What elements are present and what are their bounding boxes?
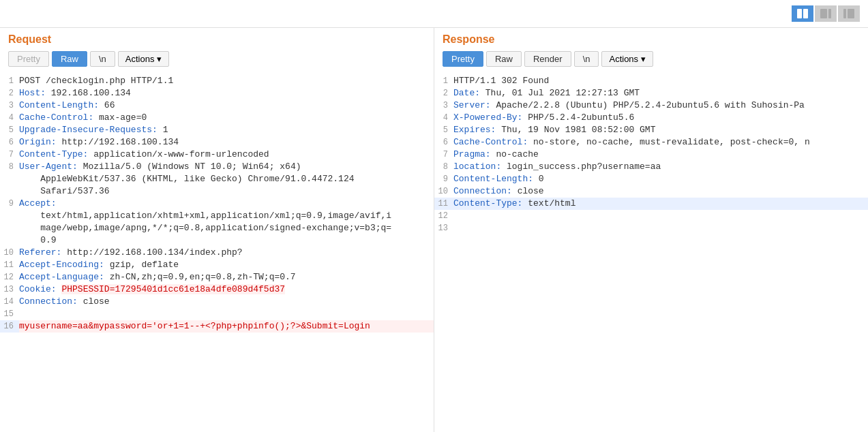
request-tab-pretty[interactable]: Pretty [8, 51, 49, 67]
table-row: 8 User-Agent: Mozilla/5.0 (Windows NT 10… [0, 161, 434, 173]
request-actions-label: Actions [125, 54, 155, 64]
response-tab-pretty[interactable]: Pretty [443, 51, 483, 67]
response-title: Response [443, 33, 860, 46]
table-row: 13 Cookie: PHPSESSID=17295401d1cc61e18a4… [0, 283, 434, 296]
right-view-button[interactable] [838, 5, 860, 22]
table-row: 7 Pragma: no-cache [434, 149, 868, 161]
table-row: 3 Content-Length: 66 [0, 99, 434, 112]
table-row: 2 Date: Thu, 01 Jul 2021 12:27:13 GMT [434, 87, 868, 99]
response-tab-raw[interactable]: Raw [486, 51, 522, 67]
request-toolbar: Pretty Raw \n Actions ▾ [8, 51, 425, 67]
table-row: 6 Origin: http://192.168.100.134 [0, 136, 434, 149]
response-code-area[interactable]: 1 HTTP/1.1 302 Found 2 Date: Thu, 01 Jul… [434, 72, 868, 432]
response-actions-button[interactable]: Actions ▾ [601, 51, 653, 67]
response-actions-chevron-icon: ▾ [641, 54, 646, 64]
table-row: text/html,application/xhtml+xml,applicat… [0, 210, 434, 222]
response-toolbar: Pretty Raw Render \n Actions ▾ [443, 51, 860, 67]
table-row: 1 HTTP/1.1 302 Found [434, 75, 868, 87]
table-row: 0.9 [0, 234, 434, 247]
table-row: 9 Accept: [0, 198, 434, 210]
table-row: 5 Expires: Thu, 19 Nov 1981 08:52:00 GMT [434, 124, 868, 136]
request-code-area[interactable]: 1 POST /checklogin.php HTTP/1.1 2 Host: … [0, 72, 434, 432]
table-row: 16 myusername=aa&mypassword='or+1=1--+<?… [0, 320, 434, 333]
table-row: 12 [434, 210, 868, 222]
top-bar [0, 0, 868, 28]
table-row: mage/webp,image/apng,*/*;q=0.8,applicati… [0, 222, 434, 234]
svg-rect-3 [828, 9, 831, 18]
svg-rect-5 [848, 9, 854, 18]
request-header: Request Pretty Raw \n Actions ▾ [0, 28, 434, 72]
request-panel: Request Pretty Raw \n Actions ▾ 1 POST /… [0, 28, 434, 432]
table-row: 4 Cache-Control: max-age=0 [0, 112, 434, 124]
split-view-button[interactable] [792, 5, 813, 22]
table-row: 10 Connection: close [434, 185, 868, 198]
request-actions-button[interactable]: Actions ▾ [118, 51, 170, 67]
request-actions-chevron-icon: ▾ [157, 54, 162, 64]
table-row: AppleWebKit/537.36 (KHTML, like Gecko) C… [0, 173, 434, 185]
svg-rect-0 [797, 9, 802, 18]
table-row: Safari/537.36 [0, 185, 434, 198]
request-tab-raw[interactable]: Raw [52, 51, 87, 67]
request-title: Request [8, 33, 425, 46]
table-row: 10 Referer: http://192.168.100.134/index… [0, 247, 434, 259]
request-tab-n[interactable]: \n [90, 51, 115, 67]
svg-rect-4 [843, 9, 846, 18]
table-row: 15 [0, 308, 434, 320]
table-row: 2 Host: 192.168.100.134 [0, 87, 434, 99]
left-view-button[interactable] [815, 5, 837, 22]
table-row: 6 Cache-Control: no-store, no-cache, mus… [434, 136, 868, 149]
response-actions-label: Actions [609, 54, 638, 64]
table-row: 4 X-Powered-By: PHP/5.2.4-2ubuntu5.6 [434, 112, 868, 124]
response-tab-n[interactable]: \n [574, 51, 599, 67]
response-header: Response Pretty Raw Render \n Actions ▾ [434, 28, 868, 72]
svg-rect-1 [803, 9, 808, 18]
table-row: 9 Content-Length: 0 [434, 173, 868, 185]
table-row: 1 POST /checklogin.php HTTP/1.1 [0, 75, 434, 87]
table-row: 5 Upgrade-Insecure-Requests: 1 [0, 124, 434, 136]
table-row: 3 Server: Apache/2.2.8 (Ubuntu) PHP/5.2.… [434, 99, 868, 112]
main-container: Request Pretty Raw \n Actions ▾ 1 POST /… [0, 28, 868, 432]
table-row: 7 Content-Type: application/x-www-form-u… [0, 149, 434, 161]
table-row: 11 Accept-Encoding: gzip, deflate [0, 259, 434, 271]
response-panel: Response Pretty Raw Render \n Actions ▾ … [434, 28, 868, 432]
table-row: 13 [434, 222, 868, 234]
table-row: 11 Content-Type: text/html [434, 198, 868, 210]
table-row: 14 Connection: close [0, 296, 434, 308]
response-tab-render[interactable]: Render [524, 51, 571, 67]
table-row: 12 Accept-Language: zh-CN,zh;q=0.9,en;q=… [0, 271, 434, 283]
view-buttons [792, 5, 860, 22]
table-row: 8 location: login_success.php?username=a… [434, 161, 868, 173]
svg-rect-2 [820, 9, 827, 18]
